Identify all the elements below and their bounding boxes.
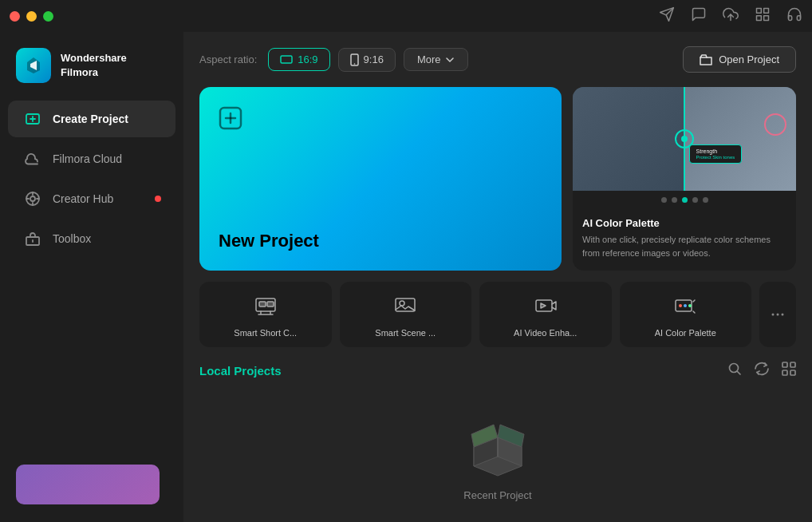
creator-hub-icon bbox=[24, 190, 41, 208]
svg-line-38 bbox=[738, 372, 741, 375]
svg-rect-40 bbox=[790, 362, 795, 367]
new-project-card[interactable]: New Project bbox=[199, 87, 562, 271]
logo-icon bbox=[16, 48, 51, 83]
headphone-icon[interactable] bbox=[786, 6, 802, 26]
titlebar-icons bbox=[659, 6, 802, 26]
svg-point-35 bbox=[777, 314, 779, 316]
svg-rect-39 bbox=[782, 362, 787, 367]
empty-box-icon bbox=[462, 413, 534, 477]
svg-point-36 bbox=[782, 314, 784, 316]
toolbox-icon bbox=[24, 230, 41, 247]
aspect-ratio-label: Aspect ratio: bbox=[199, 53, 257, 65]
feature-card-description: With one click, precisely replicate colo… bbox=[582, 233, 786, 259]
ai-tool-ai-color-palette[interactable]: AI Color Palette bbox=[620, 282, 752, 347]
ai-tools-bar: Smart Short C... Smart Scene ... bbox=[199, 282, 796, 347]
dot-2 bbox=[672, 197, 677, 203]
feature-card-title: AI Color Palette bbox=[582, 217, 786, 229]
smart-scene-icon bbox=[390, 291, 420, 322]
svg-point-37 bbox=[730, 364, 739, 373]
local-projects-actions bbox=[727, 362, 796, 380]
filmora-cloud-icon bbox=[24, 150, 41, 168]
sidebar: Wondershare Filmora Create Project Filmo… bbox=[0, 32, 183, 522]
ai-video-enhance-label: AI Video Enha... bbox=[514, 328, 577, 338]
ai-color-palette-label: AI Color Palette bbox=[655, 328, 716, 338]
sidebar-item-label-filmora-cloud: Filmora Cloud bbox=[53, 152, 122, 165]
empty-label: Recent Project bbox=[463, 489, 531, 501]
open-project-label: Open Project bbox=[719, 53, 779, 65]
create-project-icon bbox=[24, 110, 41, 128]
sidebar-item-toolbox[interactable]: Toolbox bbox=[8, 220, 175, 257]
dot-4 bbox=[692, 197, 698, 203]
svg-rect-5 bbox=[764, 16, 769, 21]
local-projects-title: Local Projects bbox=[199, 364, 282, 378]
svg-point-11 bbox=[30, 196, 35, 201]
aspect-9-16-label: 9:16 bbox=[364, 53, 384, 65]
main-content: Aspect ratio: 16:9 9:16 More bbox=[183, 32, 812, 522]
svg-rect-4 bbox=[764, 9, 769, 14]
logo: Wondershare Filmora bbox=[0, 42, 183, 99]
sidebar-item-create-project[interactable]: Create Project bbox=[8, 101, 175, 137]
user-avatar[interactable] bbox=[16, 465, 160, 504]
svg-point-31 bbox=[679, 304, 682, 307]
aspect-9-16-button[interactable]: 9:16 bbox=[338, 48, 396, 72]
svg-point-32 bbox=[684, 304, 687, 307]
more-button[interactable]: More bbox=[404, 48, 468, 71]
upload-icon[interactable] bbox=[723, 6, 739, 26]
feature-card-dots bbox=[573, 191, 796, 209]
empty-state: Recent Project bbox=[199, 391, 796, 522]
titlebar bbox=[0, 0, 812, 32]
ai-video-enhance-icon bbox=[530, 291, 561, 322]
send-icon[interactable] bbox=[659, 6, 675, 26]
sidebar-item-label-toolbox: Toolbox bbox=[53, 232, 91, 245]
search-icon[interactable] bbox=[727, 362, 742, 380]
logo-text: Wondershare Filmora bbox=[61, 51, 127, 80]
minimize-button[interactable] bbox=[26, 11, 37, 22]
svg-rect-18 bbox=[281, 56, 292, 63]
more-tools-button[interactable] bbox=[759, 282, 796, 347]
maximize-button[interactable] bbox=[43, 11, 53, 22]
ai-color-palette-icon bbox=[670, 291, 700, 322]
ai-tool-ai-video-enhance[interactable]: AI Video Enha... bbox=[479, 282, 612, 347]
dot-5 bbox=[703, 197, 708, 203]
more-label: More bbox=[417, 53, 441, 65]
ai-tool-smart-short-clips[interactable]: Smart Short C... bbox=[199, 282, 332, 347]
ai-tool-smart-scene[interactable]: Smart Scene ... bbox=[340, 282, 472, 347]
app-body: Wondershare Filmora Create Project Filmo… bbox=[0, 32, 812, 522]
dot-3 bbox=[682, 197, 688, 203]
feature-card-content: AI Color Palette With one click, precise… bbox=[573, 209, 796, 271]
local-projects-header: Local Projects bbox=[199, 362, 796, 380]
svg-rect-6 bbox=[757, 16, 762, 21]
feature-card-image: Strength Protect Skin tones bbox=[573, 87, 796, 191]
svg-point-34 bbox=[772, 314, 775, 316]
grid-icon[interactable] bbox=[755, 6, 771, 26]
topbar: Aspect ratio: 16:9 9:16 More bbox=[199, 46, 796, 73]
aspect-16-9-button[interactable]: 16:9 bbox=[268, 48, 329, 71]
chat-icon[interactable] bbox=[691, 6, 707, 26]
hero-area: New Project bbox=[199, 87, 796, 271]
smart-short-clips-label: Smart Short C... bbox=[234, 328, 297, 338]
grid-view-icon[interactable] bbox=[782, 362, 796, 380]
dot-1 bbox=[661, 197, 667, 203]
svg-rect-3 bbox=[757, 9, 762, 14]
sidebar-item-creator-hub[interactable]: Creator Hub bbox=[8, 180, 175, 217]
sidebar-item-label-creator-hub: Creator Hub bbox=[53, 192, 113, 205]
new-project-plus-icon bbox=[219, 106, 242, 136]
svg-point-20 bbox=[353, 63, 355, 65]
sidebar-item-label-create-project: Create Project bbox=[53, 113, 128, 125]
open-project-button[interactable]: Open Project bbox=[683, 46, 796, 73]
smart-short-clips-icon bbox=[250, 291, 281, 322]
sidebar-item-filmora-cloud[interactable]: Filmora Cloud bbox=[8, 140, 175, 177]
svg-point-33 bbox=[688, 304, 692, 307]
svg-point-28 bbox=[400, 301, 404, 306]
creator-hub-notification-dot bbox=[155, 196, 161, 202]
aspect-16-9-label: 16:9 bbox=[298, 53, 317, 65]
feature-card: Strength Protect Skin tones AI Colo bbox=[573, 87, 796, 271]
svg-rect-26 bbox=[267, 302, 274, 306]
svg-rect-42 bbox=[790, 370, 795, 375]
sidebar-bottom bbox=[0, 457, 183, 512]
refresh-icon[interactable] bbox=[755, 362, 769, 380]
close-button[interactable] bbox=[10, 11, 20, 22]
svg-rect-41 bbox=[782, 370, 787, 375]
svg-rect-25 bbox=[259, 302, 266, 306]
smart-scene-label: Smart Scene ... bbox=[375, 328, 436, 338]
